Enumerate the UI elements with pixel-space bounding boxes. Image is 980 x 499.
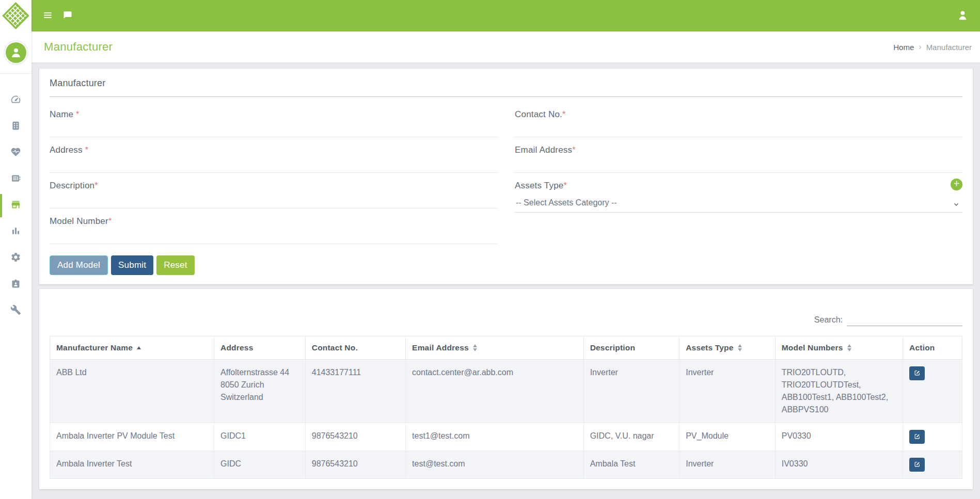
form-right-column: Contact No.* Email Address* Assets Type* bbox=[515, 109, 962, 220]
table-row: Ambala Inverter PV Module Test GIDC1 987… bbox=[50, 423, 962, 451]
heartbeat-icon bbox=[10, 147, 21, 159]
search-input[interactable] bbox=[847, 314, 962, 326]
cell-contact-no: 41433177111 bbox=[305, 360, 405, 423]
search-label: Search: bbox=[814, 315, 843, 325]
store-icon bbox=[10, 199, 21, 212]
model-number-input[interactable] bbox=[50, 228, 497, 244]
cell-model-numbers: PV0330 bbox=[775, 423, 903, 451]
contact-required-mark: * bbox=[562, 110, 565, 119]
address-line: Switzerland bbox=[220, 391, 299, 404]
submit-button[interactable]: Submit bbox=[111, 255, 153, 275]
avatar-user-icon bbox=[6, 42, 26, 63]
sort-both-icon bbox=[847, 344, 851, 351]
column-header-manufacturer-name[interactable]: Manufacturer Name bbox=[50, 336, 214, 360]
sidebar-item-staff[interactable] bbox=[0, 271, 31, 298]
app-layout: Manufacturer Home › Manufacturer Manufac… bbox=[0, 0, 980, 499]
assets-select-wrap: -- Select Assets Category -- bbox=[515, 196, 962, 213]
bar-chart-icon bbox=[10, 226, 21, 238]
sidebar-item-health[interactable] bbox=[0, 140, 31, 166]
app-logo[interactable] bbox=[0, 0, 31, 31]
cell-model-numbers: IV0330 bbox=[775, 451, 903, 479]
sort-both-icon bbox=[738, 344, 742, 351]
email-field-group: Email Address* bbox=[515, 145, 962, 173]
description-field-group: Description* bbox=[50, 181, 497, 208]
cell-manufacturer-name: Ambala Inverter Test bbox=[50, 451, 214, 479]
column-label: Email Address bbox=[412, 343, 469, 352]
user-icon bbox=[957, 9, 969, 23]
reset-button[interactable]: Reset bbox=[156, 255, 194, 275]
description-label: Description bbox=[50, 181, 94, 190]
column-header-description: Description bbox=[583, 336, 679, 360]
sidebar-item-reports[interactable] bbox=[0, 219, 31, 245]
cell-manufacturer-name: Ambala Inverter PV Module Test bbox=[50, 423, 214, 451]
model-number-required-mark: * bbox=[108, 217, 112, 226]
cell-address: GIDC1 bbox=[214, 423, 306, 451]
breadcrumb-current: Manufacturer bbox=[926, 43, 972, 52]
edit-icon bbox=[914, 369, 921, 378]
contact-field-group: Contact No.* bbox=[515, 109, 962, 137]
address-label: Address bbox=[50, 145, 85, 155]
column-header-assets-type[interactable]: Assets Type bbox=[679, 336, 776, 360]
wrench-icon bbox=[10, 304, 21, 317]
cell-model-numbers: TRIO20TLOUTD, TRIO20TLOUTDTest, ABB100Te… bbox=[775, 360, 903, 423]
sidebar-item-devices[interactable] bbox=[0, 166, 31, 192]
sidebar-item-tools[interactable] bbox=[0, 298, 31, 324]
column-header-model-numbers[interactable]: Model Numbers bbox=[775, 336, 903, 360]
sidebar-item-assets[interactable] bbox=[0, 114, 31, 140]
cell-address: GIDC bbox=[214, 451, 306, 479]
avatar[interactable] bbox=[5, 41, 27, 64]
edit-button[interactable] bbox=[909, 430, 925, 444]
add-model-button[interactable]: Add Model bbox=[50, 255, 108, 275]
form-buttons-row: Add Model Submit Reset bbox=[50, 255, 497, 275]
breadcrumb-home-link[interactable]: Home bbox=[893, 43, 914, 52]
email-required-mark: * bbox=[572, 146, 575, 154]
badge-icon bbox=[10, 278, 21, 291]
cell-description: GIDC, V.U. nagar bbox=[583, 423, 679, 451]
sidebar-item-manufacturer[interactable] bbox=[0, 192, 31, 219]
address-required-mark: * bbox=[85, 146, 88, 154]
table-row: ABB Ltd Affolternstrasse 44 8050 Zurich … bbox=[50, 360, 962, 423]
assets-category-select[interactable]: -- Select Assets Category -- bbox=[515, 196, 962, 213]
model-number-label: Model Number bbox=[50, 216, 108, 226]
cell-contact-no: 9876543210 bbox=[305, 423, 405, 451]
address-line: 8050 Zurich bbox=[220, 379, 299, 391]
edit-button[interactable] bbox=[909, 366, 925, 380]
description-required-mark: * bbox=[94, 181, 98, 190]
sidebar-item-dashboard[interactable] bbox=[0, 87, 31, 114]
hamburger-menu-button[interactable] bbox=[43, 10, 53, 22]
name-label: Name bbox=[50, 109, 76, 119]
building-grid-icon bbox=[10, 120, 21, 133]
address-line: GIDC1 bbox=[220, 430, 299, 442]
cell-email: contact.center@ar.abb.com bbox=[406, 360, 584, 423]
chat-button[interactable] bbox=[63, 10, 72, 21]
model-number-field-group: Model Number* bbox=[50, 216, 497, 244]
cell-email: test1@test.com bbox=[406, 423, 584, 451]
sidebar-divider bbox=[0, 73, 31, 74]
email-field[interactable] bbox=[515, 156, 962, 173]
breadcrumb: Home › Manufacturer bbox=[893, 42, 972, 52]
manufacturer-table-card: Search: Manufacturer Name bbox=[39, 289, 973, 489]
address-input[interactable] bbox=[50, 156, 497, 173]
assets-type-label-wrap: Assets Type* bbox=[515, 181, 567, 191]
cell-manufacturer-name: ABB Ltd bbox=[50, 360, 214, 423]
cell-description: Ambala Test bbox=[583, 451, 679, 479]
main-column: Manufacturer Home › Manufacturer Manufac… bbox=[31, 0, 980, 499]
edit-button[interactable] bbox=[909, 458, 925, 472]
name-input[interactable] bbox=[50, 121, 497, 137]
contact-input[interactable] bbox=[515, 121, 962, 137]
add-assets-category-button[interactable] bbox=[951, 179, 962, 190]
edit-icon bbox=[914, 433, 921, 441]
address-field-group: Address * bbox=[50, 145, 497, 173]
column-label: Address bbox=[220, 343, 253, 352]
cell-contact-no: 9876543210 bbox=[305, 451, 405, 479]
description-input[interactable] bbox=[50, 192, 497, 208]
manufacturer-table: Manufacturer Name Address Contact No. Em… bbox=[50, 336, 962, 479]
cell-action bbox=[903, 423, 962, 451]
sidebar-item-settings[interactable] bbox=[0, 245, 31, 271]
column-label: Contact No. bbox=[312, 343, 358, 352]
column-header-email-address[interactable]: Email Address bbox=[406, 336, 584, 360]
sort-asc-icon bbox=[137, 346, 141, 349]
email-label: Email Address bbox=[515, 145, 572, 155]
user-menu-button[interactable] bbox=[957, 9, 969, 23]
cell-action bbox=[903, 360, 962, 423]
